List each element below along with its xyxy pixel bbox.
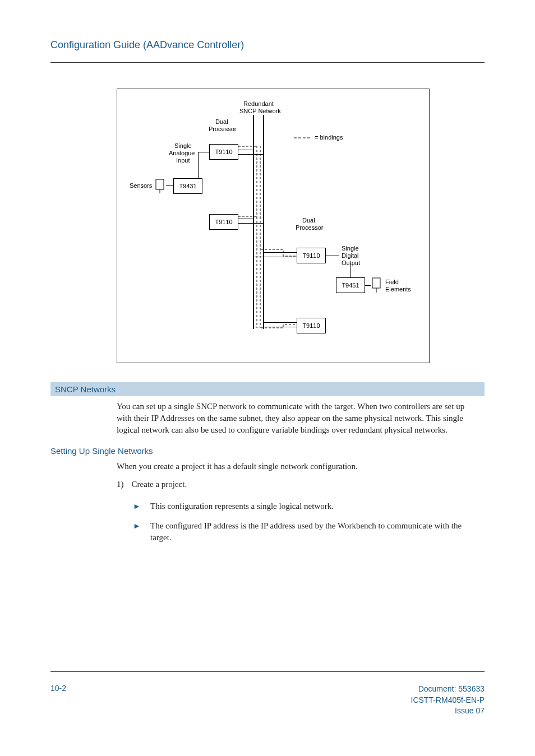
node-t9110-right-upper: T9110 (297, 248, 326, 263)
label-single-2: Single (342, 245, 359, 252)
label-field: Field (385, 279, 399, 285)
page: Configuration Guide (AADvance Controller… (0, 0, 535, 756)
node-t9431: T9431 (173, 178, 202, 194)
trunk-left (253, 115, 254, 329)
page-footer: 10-2 Document: 553633 ICSTT-RM405f-EN-P … (50, 684, 485, 717)
label-sncp-network: SNCP Network (239, 108, 281, 114)
bullet-list: ▸ This configuration represents a single… (135, 500, 485, 544)
svg-rect-4 (156, 179, 164, 189)
arrow-icon: ▸ (135, 520, 142, 532)
dash-r-upper (261, 249, 297, 264)
label-analogue: Analogue (169, 150, 195, 156)
sub-heading: Setting Up Single Networks (50, 446, 485, 456)
node-t9451: T9451 (336, 277, 365, 293)
label-sensors: Sensors (130, 182, 152, 189)
conn-ai-vert (198, 152, 199, 178)
header-rule (50, 62, 485, 63)
label-processor-2: Processor (296, 224, 324, 231)
dash-r-lower (261, 324, 297, 330)
network-diagram: Redundant SNCP Network Dual Processor = … (117, 89, 430, 363)
section-heading: SNCP Networks (50, 382, 485, 396)
conn-t9451-up (350, 263, 351, 277)
node-t9110-upper-left: T9110 (209, 144, 238, 160)
node-t9110-right-lower: T9110 (297, 318, 326, 333)
arrow-icon: ▸ (135, 500, 142, 512)
dash-vert-upper-a (256, 146, 257, 217)
label-dual-2: Dual (302, 217, 315, 224)
list-item: ▸ This configuration represents a single… (135, 500, 485, 512)
step-text: Create a project. (132, 480, 187, 489)
conn-lower-1 (238, 219, 253, 219)
page-number: 10-2 (50, 684, 66, 717)
label-elements: Elements (385, 286, 411, 293)
conn-sensor (166, 185, 173, 186)
list-item: 1) Create a project. (117, 480, 485, 489)
label-redundant: Redundant (243, 100, 274, 107)
label-single-1: Single (174, 142, 192, 149)
node-t9110-lower-left: T9110 (209, 214, 238, 230)
dash-vert-lower-a (256, 217, 257, 328)
label-input: Input (176, 157, 190, 164)
list-item: ▸ The configured IP address is the IP ad… (135, 520, 485, 544)
field-element-icon (371, 277, 383, 294)
footer-doc-info: Document: 553633 ICSTT-RM405f-EN-P Issue… (411, 684, 485, 717)
numbered-list: 1) Create a project. (117, 480, 485, 489)
conn-ai-horiz (198, 152, 209, 152)
bullet-text: This configuration represents a single l… (150, 500, 464, 512)
footer-doc-line: Document: 553633 (411, 684, 485, 695)
footer-doc-line: Issue 07 (411, 706, 485, 717)
trunk-right (263, 115, 264, 329)
footer-rule (50, 671, 485, 672)
page-title: Configuration Guide (AADvance Controller… (50, 39, 485, 51)
label-dual: Dual (215, 118, 228, 125)
step-number: 1) (117, 480, 124, 489)
sub-intro: When you create a project it has a defau… (117, 460, 476, 473)
dash-upper (238, 146, 256, 147)
dash-vert-lower-b (260, 217, 261, 328)
conn-field (365, 285, 371, 286)
label-bindings: = bindings (315, 134, 343, 141)
legend-dash (294, 137, 311, 138)
conn-r2a (263, 322, 297, 323)
bullet-text: The configured IP address is the IP addr… (150, 520, 464, 544)
svg-rect-9 (372, 278, 380, 288)
label-processor: Processor (209, 126, 237, 132)
label-digital: Digital (342, 252, 359, 259)
footer-doc-line: ICSTT-RM405f-EN-P (411, 695, 485, 706)
dash-vert-upper-b (260, 146, 261, 217)
conn-upper-1 (238, 150, 253, 150)
sensor-icon (154, 178, 167, 194)
section-paragraph: You can set up a single SNCP network to … (117, 401, 476, 436)
dash-lower-left (238, 216, 256, 217)
conn-sdo (326, 256, 339, 256)
